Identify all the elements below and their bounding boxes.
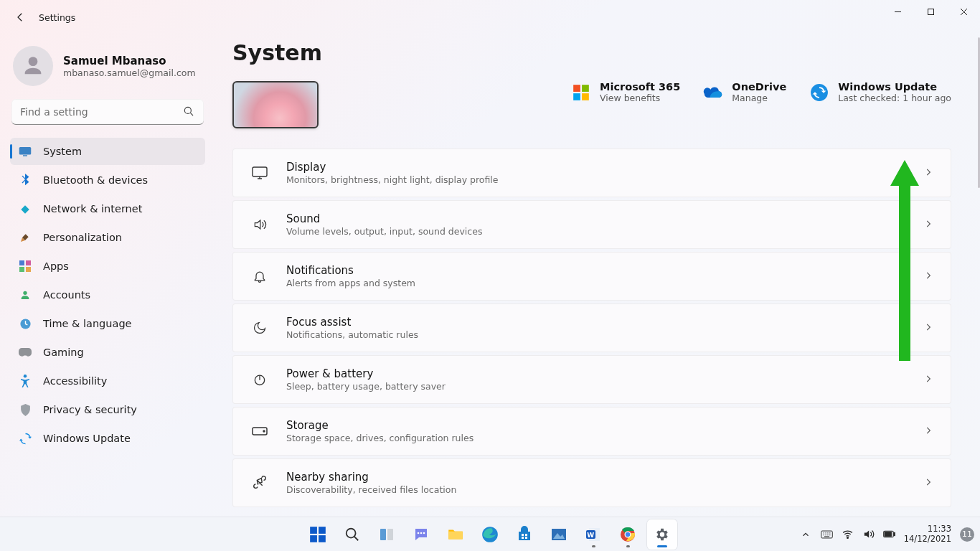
sidebar-item-personalize[interactable]: Personalization xyxy=(10,224,205,251)
sidebar-item-gaming[interactable]: Gaming xyxy=(10,339,205,366)
microsoft365-icon xyxy=(571,83,591,103)
taskbar-word[interactable]: W xyxy=(578,519,608,550)
personalize-icon xyxy=(19,231,32,244)
tile-windows-update[interactable]: Windows Update Last checked: 1 hour ago xyxy=(809,81,951,103)
svg-point-19 xyxy=(263,430,265,432)
sidebar-item-label: Bluetooth & devices xyxy=(43,174,148,186)
tray-volume-icon[interactable] xyxy=(862,528,875,540)
tray-chevron-up-icon[interactable] xyxy=(800,528,812,540)
svg-rect-48 xyxy=(885,532,891,537)
taskbar-app-photos[interactable] xyxy=(544,519,574,550)
row-title: Notifications xyxy=(286,264,415,277)
nearby-icon xyxy=(250,474,269,492)
svg-rect-24 xyxy=(319,535,326,542)
sidebar-item-time[interactable]: Time & language xyxy=(10,310,205,337)
tray-battery-icon[interactable] xyxy=(883,528,895,540)
focus-icon xyxy=(250,319,269,337)
notification-badge[interactable]: 11 xyxy=(960,527,974,542)
svg-rect-26 xyxy=(380,529,386,540)
svg-rect-16 xyxy=(253,167,267,176)
sidebar-item-apps[interactable]: Apps xyxy=(10,253,205,280)
sidebar-item-update[interactable]: Windows Update xyxy=(10,425,205,452)
system-icon xyxy=(19,145,32,158)
tile-microsoft365[interactable]: Microsoft 365 View benefits xyxy=(571,81,680,103)
svg-point-29 xyxy=(418,532,420,534)
windows-icon xyxy=(308,525,327,544)
search-input[interactable] xyxy=(11,99,204,125)
svg-rect-23 xyxy=(310,535,317,542)
sidebar-item-label: System xyxy=(43,146,82,157)
svg-rect-22 xyxy=(319,527,326,534)
row-title: Sound xyxy=(286,212,482,225)
svg-point-15 xyxy=(811,84,828,101)
row-sound[interactable]: SoundVolume levels, output, input, sound… xyxy=(232,200,951,249)
sidebar-item-label: Accessibility xyxy=(43,375,107,387)
tile-onedrive[interactable]: OneDrive Manage xyxy=(703,81,786,103)
taskbar-date: 14/12/2021 xyxy=(904,534,951,544)
taskbar-edge[interactable] xyxy=(475,519,505,550)
svg-rect-27 xyxy=(387,529,393,540)
svg-point-28 xyxy=(420,532,423,534)
svg-point-45 xyxy=(847,537,848,539)
taskbar-clock[interactable]: 11:33 14/12/2021 xyxy=(904,524,951,543)
tile-title: Microsoft 365 xyxy=(600,81,680,93)
row-display[interactable]: DisplayMonitors, brightness, night light… xyxy=(232,149,951,197)
profile-block[interactable]: Samuel Mbanaso mbanaso.samuel@gmail.com xyxy=(10,42,205,99)
svg-rect-6 xyxy=(19,267,24,272)
row-power[interactable]: Power & batterySleep, battery usage, bat… xyxy=(232,355,951,404)
taskbar-time: 11:33 xyxy=(904,524,951,534)
profile-email: mbanaso.samuel@gmail.com xyxy=(63,67,196,78)
taskbar-settings[interactable] xyxy=(647,519,677,550)
svg-rect-47 xyxy=(894,532,895,535)
tile-title: Windows Update xyxy=(838,81,951,93)
sidebar-item-network[interactable]: ◆Network & internet xyxy=(10,195,205,222)
search-box[interactable] xyxy=(11,99,204,125)
row-nearby[interactable]: Nearby sharingDiscoverability, received … xyxy=(232,458,951,507)
search-icon xyxy=(182,105,197,119)
sidebar-item-privacy[interactable]: Privacy & security xyxy=(10,396,205,423)
svg-text:W: W xyxy=(587,531,594,538)
svg-point-1 xyxy=(184,107,191,113)
row-storage[interactable]: StorageStorage space, drives, configurat… xyxy=(232,407,951,456)
sidebar-item-label: Windows Update xyxy=(43,433,131,444)
sidebar-item-system[interactable]: System xyxy=(10,138,205,165)
sidebar-item-accessibility[interactable]: Accessibility xyxy=(10,367,205,395)
task-view[interactable] xyxy=(372,519,402,550)
sidebar-item-label: Network & internet xyxy=(43,203,142,215)
taskbar-explorer[interactable] xyxy=(440,519,471,550)
taskbar: W 11:33 14/12/2021 11 xyxy=(0,517,980,551)
tray-wifi-icon[interactable] xyxy=(842,528,854,540)
windows-update-icon xyxy=(809,83,829,103)
start-button[interactable] xyxy=(303,519,333,550)
privacy-icon xyxy=(19,403,32,416)
word-icon: W xyxy=(585,526,602,543)
sidebar-item-label: Gaming xyxy=(43,347,84,358)
row-notif[interactable]: NotificationsAlerts from apps and system xyxy=(232,252,951,301)
time-icon xyxy=(19,317,32,330)
row-title: Nearby sharing xyxy=(286,471,456,484)
tile-sub: Manage xyxy=(732,93,786,103)
taskbar-chrome[interactable] xyxy=(613,519,643,550)
row-sub: Monitors, brightness, night light, displ… xyxy=(286,174,498,185)
minimize-button[interactable] xyxy=(881,0,914,23)
sidebar-item-bluetooth[interactable]: Bluetooth & devices xyxy=(10,166,205,194)
back-button[interactable] xyxy=(10,7,30,27)
row-title: Display xyxy=(286,161,498,174)
taskbar-store[interactable] xyxy=(509,519,540,550)
svg-rect-4 xyxy=(19,260,24,265)
row-sub: Notifications, automatic rules xyxy=(286,329,418,340)
taskbar-search[interactable] xyxy=(337,519,367,550)
close-button[interactable] xyxy=(947,0,980,23)
row-title: Focus assist xyxy=(286,316,418,329)
desktop-preview[interactable] xyxy=(232,81,319,128)
maximize-button[interactable] xyxy=(914,0,947,23)
sidebar-item-accounts[interactable]: Accounts xyxy=(10,281,205,309)
row-focus[interactable]: Focus assistNotifications, automatic rul… xyxy=(232,303,951,352)
chevron-right-icon xyxy=(923,425,933,438)
svg-point-25 xyxy=(347,528,356,537)
svg-rect-2 xyxy=(19,147,32,155)
taskbar-chat[interactable] xyxy=(406,519,436,550)
svg-rect-11 xyxy=(573,85,580,92)
tray-keyboard-icon[interactable] xyxy=(821,528,833,540)
svg-point-43 xyxy=(626,532,630,536)
